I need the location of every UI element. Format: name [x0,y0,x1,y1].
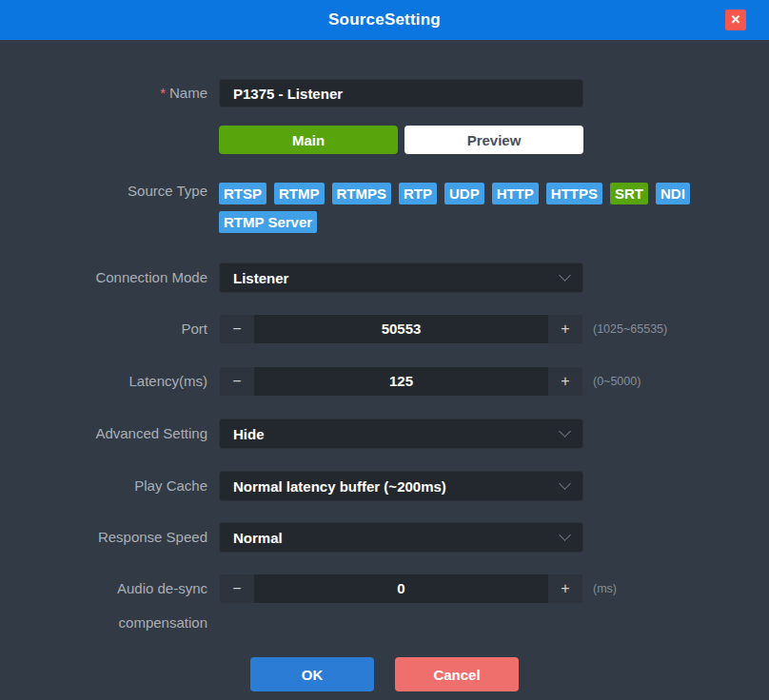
name-label-text: Name [169,85,207,101]
audio-desync-value[interactable]: 0 [254,574,548,603]
response-speed-value: Normal [233,530,283,546]
audio-desync-label-line1: Audio de-sync [0,574,207,604]
source-type-tag-rtp[interactable]: RTP [399,183,437,204]
response-speed-select[interactable]: Normal [219,522,583,553]
name-label: *Name [0,78,219,108]
source-type-tag-http[interactable]: HTTP [492,183,539,204]
response-speed-row: Response Speed Normal [0,522,769,553]
audio-desync-decrease-button[interactable]: − [220,574,254,603]
dialog-body: *Name Main Preview Source Type RTSPRTMPR… [0,40,769,700]
source-type-tag-rtmps[interactable]: RTMPS [332,183,392,204]
close-button[interactable]: ✕ [725,10,746,30]
advanced-setting-row: Advanced Setting Hide [0,418,769,449]
cancel-button[interactable]: Cancel [395,657,519,691]
latency-increase-button[interactable]: + [548,367,582,396]
connection-mode-row: Connection Mode Listener [0,262,769,293]
latency-control: − 125 + (0~5000) [219,366,641,397]
name-row: *Name [0,78,769,108]
port-value[interactable]: 50553 [254,315,548,343]
audio-desync-row: Audio de-sync compensation − 0 + (ms) [0,574,769,632]
ok-button[interactable]: OK [250,657,374,691]
chevron-down-icon [559,529,571,541]
play-cache-row: Play Cache Normal latency buffer (~200ms… [0,471,769,501]
chevron-down-icon [559,425,571,438]
source-type-tag-rtmp[interactable]: RTMP [274,183,325,204]
latency-stepper: − 125 + [219,366,583,397]
dialog-footer: OK Cancel [0,657,769,691]
source-type-tag-rtsp[interactable]: RTSP [219,183,266,204]
audio-desync-unit-hint: (ms) [593,582,617,595]
port-increase-button[interactable]: + [548,315,582,343]
play-cache-label: Play Cache [0,471,219,501]
audio-desync-label-line2: compensation [0,613,207,632]
channel-row: Main Preview [0,126,769,154]
response-speed-label: Response Speed [0,522,219,553]
dialog-header: SourceSetting ✕ [0,0,769,40]
source-type-tag-ndi[interactable]: NDI [656,183,690,204]
main-button[interactable]: Main [219,126,398,154]
source-type-tag-udp[interactable]: UDP [444,183,484,204]
required-asterisk: * [160,85,166,101]
source-type-tag-srt[interactable]: SRT [610,183,648,204]
source-type-tag-https[interactable]: HTTPS [546,183,602,204]
close-icon: ✕ [731,10,741,30]
latency-range-hint: (0~5000) [593,375,641,388]
latency-row: Latency(ms) − 125 + (0~5000) [0,366,769,397]
play-cache-select[interactable]: Normal latency buffer (~200ms) [219,471,583,501]
source-type-tags: RTSPRTMPRTMPSRTPUDPHTTPHTTPSSRTNDIRTMP S… [219,178,733,233]
connection-mode-label: Connection Mode [0,262,219,293]
channel-toggle: Main Preview [219,126,583,154]
advanced-setting-select[interactable]: Hide [219,418,583,449]
source-type-tag-rtmp-server[interactable]: RTMP Server [219,211,317,233]
name-input[interactable] [219,79,583,107]
audio-desync-control: − 0 + (ms) [219,574,617,604]
connection-mode-value: Listener [233,270,288,286]
latency-decrease-button[interactable]: − [220,367,254,396]
audio-desync-stepper: − 0 + [219,574,583,604]
advanced-setting-value: Hide [233,426,265,442]
port-range-hint: (1025~65535) [593,322,667,336]
port-decrease-button[interactable]: − [220,315,254,343]
chevron-down-icon [559,477,571,490]
advanced-setting-label: Advanced Setting [0,418,219,449]
port-row: Port − 50553 + (1025~65535) [0,314,769,344]
port-label: Port [0,314,219,344]
audio-desync-increase-button[interactable]: + [548,574,582,603]
connection-mode-select[interactable]: Listener [219,262,583,293]
port-control: − 50553 + (1025~65535) [219,314,667,344]
source-setting-dialog: SourceSetting ✕ *Name Main Preview Sourc… [0,0,769,700]
latency-value[interactable]: 125 [254,367,548,396]
chevron-down-icon [559,269,571,282]
audio-desync-label: Audio de-sync compensation [0,574,219,632]
preview-button[interactable]: Preview [404,126,583,154]
latency-label: Latency(ms) [0,366,219,397]
source-type-row: Source Type RTSPRTMPRTMPSRTPUDPHTTPHTTPS… [0,178,769,233]
port-stepper: − 50553 + [219,314,583,344]
source-type-label: Source Type [0,178,219,204]
play-cache-value: Normal latency buffer (~200ms) [233,478,446,495]
dialog-title: SourceSetting [328,10,441,29]
